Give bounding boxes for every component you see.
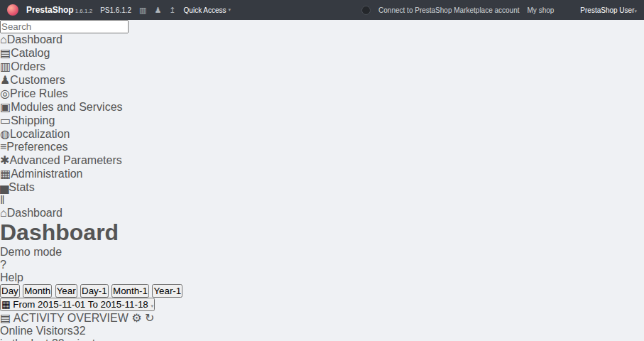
sidebar-item-label: Modules and Services (11, 101, 122, 113)
collapse-sidebar-button[interactable]: ‖ (0, 194, 644, 207)
sidebar-item-orders[interactable]: ▥Orders (0, 60, 644, 73)
sidebar-item-label: Advanced Parameters (9, 154, 121, 166)
sidebar-item-administration[interactable]: ▦Administration (0, 167, 644, 180)
calendar-icon: ▦ (1, 299, 11, 310)
sidebar-item-label: Dashboard (7, 33, 62, 45)
sidebar-item-label: Customers (10, 74, 65, 86)
online-visitors-link[interactable]: Online Visitors (0, 325, 73, 337)
breadcrumb-label: Dashboard (7, 207, 62, 219)
sidebar-search[interactable] (0, 20, 644, 33)
sidebar-item-customers[interactable]: ♟Customers (0, 73, 644, 87)
puzzle-icon: ▣ (0, 101, 11, 113)
panel-title: ACTIVITY OVERVIEW (13, 312, 129, 324)
sidebar-item-label: Administration (11, 168, 82, 180)
sidebar-item-dashboard[interactable]: ⌂Dashboard (0, 33, 644, 46)
date-range-label: From 2015-11-01 To 2015-11-18 (13, 299, 148, 310)
brand-text: PrestaShop (26, 5, 74, 15)
sidebar-item-label: Orders (11, 60, 45, 72)
online-visitors-value: 32 (73, 325, 86, 337)
sidebar-item-label: Preferences (6, 141, 67, 153)
sidebar-item-stats[interactable]: ▅Stats (0, 180, 644, 194)
user-menu[interactable]: PrestaShop User▾ (580, 6, 637, 14)
period-year-button[interactable]: Year (55, 284, 77, 298)
help-button[interactable]: ? (0, 259, 644, 271)
sidebar-item-label: Price Rules (10, 87, 68, 99)
brand-name[interactable]: PrestaShop1.6.1.2 (26, 5, 92, 15)
book-icon: ▤ (0, 47, 11, 59)
home-icon: ⌂ (0, 207, 7, 219)
help-label: Help (0, 271, 644, 284)
period-toolbar: Day Month Year Day-1 Month-1 Year-1 ▦ Fr… (0, 284, 644, 311)
sidebar-item-preferences[interactable]: ≡Preferences (0, 141, 644, 153)
search-input[interactable] (0, 20, 129, 33)
refresh-icon[interactable]: ↻ (145, 312, 154, 324)
left-column: ▤ ACTIVITY OVERVIEW ⚙ ↻ Online Visitors3… (0, 311, 644, 341)
marketplace-icon[interactable] (361, 6, 371, 15)
sidebar: ⌂Dashboard ▤Catalog ▥Orders ♟Customers ◎… (0, 20, 644, 207)
period-day-1-button[interactable]: Day-1 (80, 284, 109, 298)
cart-icon[interactable]: ▥ (139, 6, 146, 14)
quick-access-menu[interactable]: Quick Access▾ (184, 6, 231, 14)
truck-icon: ▭ (0, 114, 11, 126)
globe-icon: ◍ (0, 128, 10, 140)
chevron-down-icon: ▾ (151, 303, 153, 308)
shop-name-label: PS1.6.1.2 (100, 6, 131, 14)
period-year-1-button[interactable]: Year-1 (152, 284, 182, 298)
sidebar-item-label: Localization (10, 128, 70, 140)
topbar: PrestaShop1.6.1.2 PS1.6.1.2 ▥ ♟ ↥ Quick … (0, 0, 644, 20)
activity-overview-panel: ▤ ACTIVITY OVERVIEW ⚙ ↻ Online Visitors3… (0, 311, 644, 341)
chevron-down-icon: ▾ (229, 7, 231, 13)
main-area: ⌂Dashboard Dashboard Demo mode ? Help Da… (0, 207, 644, 341)
people-icon: ♟ (0, 74, 10, 86)
dashboard-content: ▤ ACTIVITY OVERVIEW ⚙ ↻ Online Visitors3… (0, 311, 644, 341)
period-button-group: Day Month Year Day-1 Month-1 Year-1 (0, 284, 644, 298)
gear-icon: ▦ (0, 168, 11, 180)
period-month-1-button[interactable]: Month-1 (111, 284, 149, 298)
sliders-icon: ≡ (0, 141, 6, 153)
user-icon[interactable]: ♟ (154, 6, 161, 14)
period-day-button[interactable]: Day (0, 284, 20, 298)
sidebar-item-label: Catalog (11, 47, 50, 59)
sidebar-item-price-rules[interactable]: ◎Price Rules (0, 87, 644, 100)
online-visitors-sub: in the last 30 minutes (0, 337, 644, 341)
tag-icon: ◎ (0, 87, 10, 99)
sidebar-item-label: Stats (9, 181, 34, 193)
arrow-up-icon[interactable]: ↥ (169, 6, 175, 14)
wrench-icon: ✱ (0, 154, 9, 166)
date-range-button[interactable]: ▦ From 2015-11-01 To 2015-11-18 ▾ (0, 298, 155, 311)
quick-access-label: Quick Access (184, 6, 227, 14)
page-title: Dashboard (0, 220, 644, 246)
chevron-down-icon: ▾ (634, 9, 637, 13)
user-name-label: PrestaShop User (580, 6, 634, 14)
version-label: 1.6.1.2 (75, 8, 92, 14)
marketplace-link[interactable]: Connect to PrestaShop Marketplace accoun… (378, 6, 519, 14)
sidebar-item-advanced-parameters[interactable]: ✱Advanced Parameters (0, 153, 644, 167)
sidebar-item-localization[interactable]: ◍Localization (0, 127, 644, 141)
my-shop-link[interactable]: My shop (528, 6, 555, 14)
period-month-button[interactable]: Month (23, 284, 52, 298)
sidebar-item-label: Shipping (11, 114, 55, 126)
breadcrumb: ⌂Dashboard (0, 207, 644, 220)
sidebar-item-catalog[interactable]: ▤Catalog (0, 46, 644, 60)
chart-bar-icon: ▅ (0, 181, 9, 193)
demo-mode-label: Demo mode (0, 246, 644, 259)
prestashop-logo[interactable] (7, 4, 18, 16)
gear-icon[interactable]: ⚙ (131, 312, 141, 324)
home-icon: ⌂ (0, 33, 7, 45)
sidebar-item-modules[interactable]: ▣Modules and Services (0, 100, 644, 114)
list-icon: ▤ (0, 312, 11, 324)
sidebar-item-shipping[interactable]: ▭Shipping (0, 114, 644, 127)
cart-icon: ▥ (0, 60, 11, 72)
page-header: ⌂Dashboard Dashboard Demo mode ? Help (0, 207, 644, 284)
user-avatar[interactable] (562, 5, 572, 16)
